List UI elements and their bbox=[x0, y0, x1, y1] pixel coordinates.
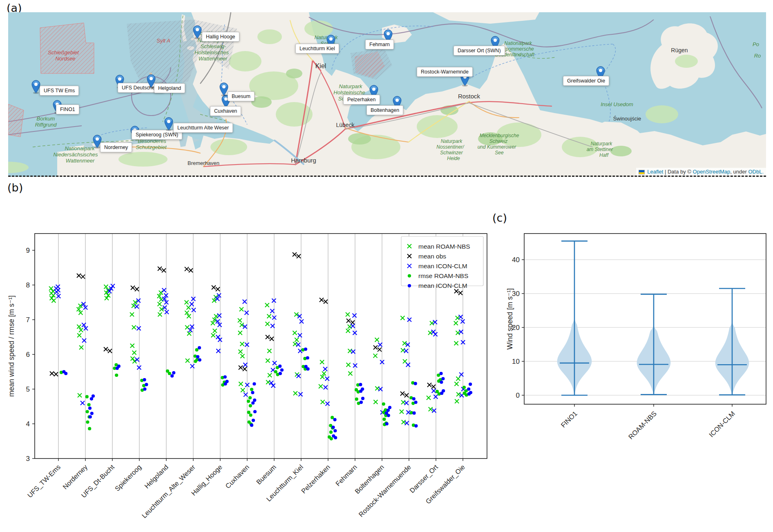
scatter-point-mean-roam-x bbox=[429, 407, 433, 411]
scatter-point-mean-roam-x bbox=[454, 341, 458, 345]
scatter-point-mean-icon-dot bbox=[252, 382, 256, 385]
scatter-point-mean-icon-x bbox=[216, 335, 220, 339]
scatter-point-mean-icon-dot bbox=[306, 356, 309, 359]
scatter-point-mean-icon-x bbox=[135, 358, 139, 362]
scatter-point-mean-roam-x bbox=[51, 298, 56, 303]
map-place-label: Heide bbox=[447, 156, 460, 161]
scatter-point-mean-obs bbox=[243, 367, 247, 371]
map-pin[interactable] bbox=[164, 117, 173, 131]
scatter-point-mean-icon-x bbox=[269, 381, 273, 385]
y-axis-label: Wind speed [m s⁻¹] bbox=[507, 288, 514, 349]
scatter-point-rmse-roam-dot bbox=[247, 400, 250, 403]
scatter-point-mean-obs bbox=[108, 349, 112, 353]
y-tick-label: 3 bbox=[26, 455, 30, 463]
map-place-label: Rügen bbox=[671, 47, 688, 53]
x-tick-label: UFS_TW-Ems bbox=[26, 463, 62, 499]
scatter-point-mean-icon-x bbox=[407, 318, 411, 322]
scatter-point-mean-icon-dot bbox=[252, 418, 255, 422]
y-tick-label: 7 bbox=[26, 316, 30, 324]
map-place-label: See bbox=[495, 150, 503, 155]
scatter-point-mean-icon-dot bbox=[89, 415, 92, 418]
map-pin-label: UFS TW Ems bbox=[40, 86, 79, 96]
scatter-point-mean-icon-dot bbox=[361, 397, 364, 400]
map-place-label: Holsteinisches bbox=[194, 50, 229, 55]
odbl-link[interactable]: ODbL. bbox=[748, 169, 764, 175]
scatter-point-mean-roam-x bbox=[428, 331, 432, 335]
map-pin-label: Rostock-Warnemnde bbox=[417, 67, 473, 77]
scatter-point-mean-roam-x bbox=[320, 360, 324, 364]
scatter-point-mean-roam-x bbox=[321, 400, 325, 404]
map-place-label: Wattenmeer bbox=[66, 158, 95, 163]
scatter-point-mean-roam-x bbox=[238, 318, 242, 323]
scatter-point-mean-roam-x bbox=[78, 393, 82, 397]
scatter-point-mean-icon-dot bbox=[223, 375, 227, 378]
scatter-point-mean-roam-x bbox=[240, 354, 244, 358]
scatter-point-mean-icon-x bbox=[273, 361, 277, 365]
scatter-point-mean-roam-x bbox=[266, 358, 270, 363]
leaflet-link[interactable]: Leaflet bbox=[647, 169, 663, 175]
scatter-point-mean-icon-dot bbox=[279, 372, 282, 375]
scatter-point-mean-roam-x bbox=[132, 351, 136, 355]
scatter-point-mean-icon-x bbox=[296, 343, 300, 347]
scatter-point-mean-icon-dot bbox=[440, 392, 443, 395]
scatter-point-mean-icon-x bbox=[406, 363, 410, 367]
scatter-point-mean-icon-dot bbox=[414, 424, 418, 427]
attribution-text-2: , under bbox=[730, 169, 748, 175]
map-pin-label: Leuchtturm Kiel bbox=[295, 44, 339, 53]
x-tick-label: Leuchtturm_Alte_Weser bbox=[140, 463, 197, 520]
scatter-point-mean-roam-x bbox=[268, 373, 272, 377]
scatter-point-mean-icon-x bbox=[405, 421, 409, 425]
attribution-text: | Data by © bbox=[663, 169, 693, 175]
scatter-point-mean-roam-x bbox=[49, 287, 53, 291]
scatter-point-mean-obs bbox=[81, 275, 85, 279]
scatter-point-mean-obs bbox=[162, 268, 166, 272]
scatter-point-mean-obs bbox=[270, 337, 274, 341]
scatter-point-mean-roam-x bbox=[456, 331, 460, 335]
map-pin[interactable] bbox=[193, 25, 202, 39]
scatter-point-mean-icon-x bbox=[324, 385, 328, 390]
scatter-point-mean-icon-x bbox=[353, 314, 357, 318]
scatter-point-mean-icon-dot bbox=[88, 407, 92, 410]
scatter-point-mean-roam-x bbox=[454, 321, 458, 325]
scatter-point-mean-icon-dot bbox=[280, 368, 284, 372]
map-pin-label: Norderney bbox=[100, 142, 132, 152]
scatter-point-mean-roam-x bbox=[455, 399, 459, 403]
scatter-point-mean-roam-x bbox=[239, 382, 243, 386]
scatter-point-rmse-roam-dot bbox=[168, 372, 171, 375]
map-place-label: Hamburg bbox=[291, 157, 316, 163]
scatter-point-mean-icon-dot bbox=[467, 392, 471, 396]
scatter-point-mean-icon-x bbox=[245, 311, 249, 315]
map-panel[interactable]: SchießgebietNordseeSylt ANordfriesisches… bbox=[8, 12, 766, 177]
map-pin-label: Hallig Hooge bbox=[202, 32, 239, 42]
scatter-point-mean-icon-dot bbox=[414, 401, 418, 404]
scatter-point-mean-icon-x bbox=[351, 324, 355, 328]
openstreetmap-link[interactable]: OpenStreetMap bbox=[693, 169, 731, 175]
scatter-point-mean-icon-dot bbox=[145, 383, 148, 386]
scatter-point-rmse-roam-dot bbox=[382, 402, 385, 405]
scatter-point-mean-roam-x bbox=[430, 321, 434, 325]
scatter-point-mean-icon-x bbox=[216, 349, 220, 353]
x-tick-label: ICON-CLM bbox=[708, 410, 736, 438]
map-pin[interactable] bbox=[219, 82, 228, 96]
scatter-point-mean-roam-x bbox=[454, 382, 458, 386]
scatter-point-mean-roam-x bbox=[158, 302, 162, 306]
map-pin-label: Helgoland bbox=[154, 83, 185, 93]
scatter-point-mean-icon-x bbox=[192, 308, 196, 312]
scatter-point-rmse-roam-dot bbox=[86, 410, 89, 413]
map-place-label: Rostock bbox=[458, 93, 480, 99]
scatter-point-mean-icon-dot bbox=[306, 367, 310, 371]
map-pin[interactable] bbox=[31, 80, 40, 94]
scatter-point-rmse-roam-dot bbox=[195, 348, 199, 352]
scatter-point-mean-obs bbox=[293, 252, 297, 256]
scatter-point-mean-roam-x bbox=[187, 332, 191, 336]
map-place-label: Naturpark bbox=[339, 84, 362, 89]
scatter-point-mean-obs bbox=[431, 385, 436, 389]
scatter-point-mean-icon-dot bbox=[359, 383, 362, 386]
scatter-point-mean-icon-x bbox=[432, 389, 436, 393]
scatter-point-mean-icon-dot bbox=[198, 346, 201, 349]
map-place-label: Nationalpark bbox=[504, 41, 532, 46]
scatter-point-mean-roam-x bbox=[267, 349, 271, 353]
scatter-point-mean-roam-x bbox=[240, 342, 244, 346]
scatter-point-mean-roam-x bbox=[373, 354, 378, 358]
map-pin-label: Pelzerhaken bbox=[343, 95, 380, 105]
